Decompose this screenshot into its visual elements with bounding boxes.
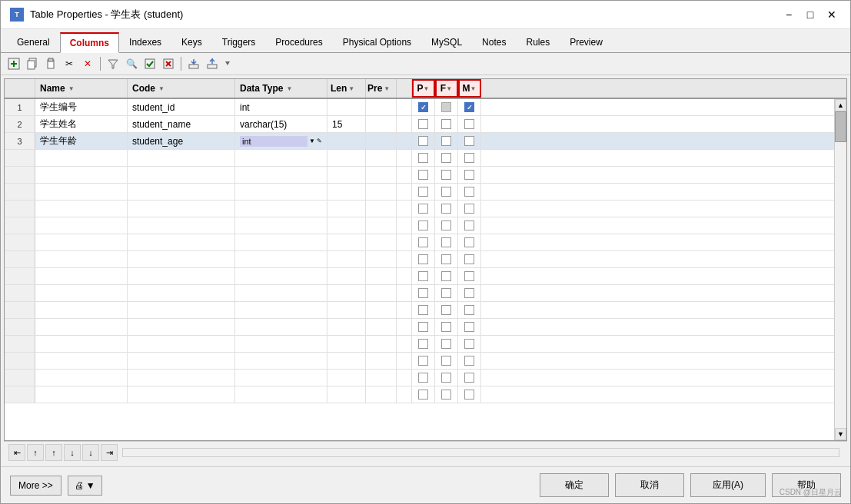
empty-cell-datatype[interactable] bbox=[235, 217, 327, 234]
empty-foreign-cb[interactable] bbox=[441, 356, 451, 366]
empty-cell-name[interactable] bbox=[35, 302, 128, 318]
empty-cell-len[interactable] bbox=[327, 268, 366, 284]
header-foreign[interactable]: F ▼ bbox=[435, 79, 458, 98]
empty-cell-primary[interactable] bbox=[412, 167, 435, 183]
empty-cell-code[interactable] bbox=[128, 302, 235, 318]
cell-pre-1[interactable] bbox=[366, 99, 397, 115]
table-row[interactable] bbox=[5, 386, 846, 403]
next-page-button[interactable]: ↓ bbox=[82, 444, 99, 461]
datatype-dropdown-3[interactable]: ▼ bbox=[309, 138, 315, 144]
empty-cell-foreign[interactable] bbox=[435, 251, 458, 267]
empty-cell-primary[interactable] bbox=[412, 336, 435, 352]
empty-primary-cb[interactable] bbox=[418, 356, 428, 366]
prev-page-button[interactable]: ↑ bbox=[27, 444, 44, 461]
empty-foreign-cb[interactable] bbox=[441, 237, 451, 247]
primary-checkbox-1[interactable] bbox=[418, 102, 428, 112]
empty-primary-cb[interactable] bbox=[418, 254, 428, 264]
cell-primary-2[interactable] bbox=[412, 116, 435, 132]
empty-mandatory-cb[interactable] bbox=[464, 390, 474, 400]
cell-datatype-2[interactable]: varchar(15) bbox=[235, 116, 327, 132]
empty-mandatory-cb[interactable] bbox=[464, 254, 474, 264]
empty-cell-name[interactable] bbox=[35, 353, 128, 369]
foreign-checkbox-3[interactable] bbox=[441, 136, 451, 146]
grid-body[interactable]: 1 学生编号 student_id int 2 学生姓名 student bbox=[5, 99, 846, 440]
empty-cell-len[interactable] bbox=[327, 370, 366, 386]
empty-cell-name[interactable] bbox=[35, 217, 128, 234]
empty-cell-pre[interactable] bbox=[366, 234, 397, 250]
empty-foreign-cb[interactable] bbox=[441, 271, 451, 281]
empty-cell-datatype[interactable] bbox=[235, 150, 327, 166]
filter-button[interactable] bbox=[105, 55, 121, 72]
table-row[interactable] bbox=[5, 251, 846, 268]
empty-cell-len[interactable] bbox=[327, 150, 366, 166]
empty-mandatory-cb[interactable] bbox=[464, 288, 474, 298]
cell-datatype-3[interactable]: int ▼ ✎ bbox=[235, 133, 327, 149]
cell-pre-3[interactable] bbox=[366, 133, 397, 149]
tab-keys[interactable]: Keys bbox=[171, 32, 212, 52]
empty-mandatory-cb[interactable] bbox=[464, 153, 474, 163]
empty-cell-foreign[interactable] bbox=[435, 353, 458, 369]
empty-mandatory-cb[interactable] bbox=[464, 305, 474, 315]
empty-cell-code[interactable] bbox=[128, 353, 235, 369]
empty-cell-name[interactable] bbox=[35, 319, 128, 335]
empty-primary-cb[interactable] bbox=[418, 322, 428, 332]
empty-cell-name[interactable] bbox=[35, 167, 128, 183]
empty-cell-foreign[interactable] bbox=[435, 150, 458, 166]
empty-cell-code[interactable] bbox=[128, 234, 235, 250]
empty-mandatory-cb[interactable] bbox=[464, 373, 474, 383]
empty-primary-cb[interactable] bbox=[418, 373, 428, 383]
table-row[interactable] bbox=[5, 285, 846, 302]
empty-cell-primary[interactable] bbox=[412, 251, 435, 267]
primary-checkbox-2[interactable] bbox=[418, 119, 428, 129]
empty-cell-len[interactable] bbox=[327, 319, 366, 335]
empty-cell-datatype[interactable] bbox=[235, 251, 327, 267]
empty-cell-foreign[interactable] bbox=[435, 386, 458, 403]
table-row[interactable] bbox=[5, 150, 846, 167]
empty-cell-pre[interactable] bbox=[366, 150, 397, 166]
cell-len-1[interactable] bbox=[327, 99, 366, 115]
tab-mysql[interactable]: MySQL bbox=[421, 32, 472, 52]
empty-cell-len[interactable] bbox=[327, 353, 366, 369]
confirm-button[interactable]: 确定 bbox=[540, 473, 609, 497]
empty-cell-code[interactable] bbox=[128, 319, 235, 335]
empty-cell-name[interactable] bbox=[35, 386, 128, 403]
empty-cell-foreign[interactable] bbox=[435, 234, 458, 250]
empty-mandatory-cb[interactable] bbox=[464, 356, 474, 366]
empty-cell-foreign[interactable] bbox=[435, 268, 458, 284]
copy-button[interactable] bbox=[24, 55, 41, 72]
cell-foreign-2[interactable] bbox=[435, 116, 458, 132]
table-row[interactable]: 3 学生年龄 student_age int ▼ ✎ bbox=[5, 133, 846, 150]
close-button[interactable]: ✕ bbox=[823, 7, 841, 22]
empty-cell-mandatory[interactable] bbox=[458, 184, 481, 200]
scroll-down-button[interactable]: ▼ bbox=[835, 428, 846, 440]
empty-cell-mandatory[interactable] bbox=[458, 167, 481, 183]
table-row[interactable] bbox=[5, 336, 846, 353]
table-row[interactable] bbox=[5, 370, 846, 386]
tab-rules[interactable]: Rules bbox=[516, 32, 560, 52]
cell-mandatory-3[interactable] bbox=[458, 133, 481, 149]
empty-primary-cb[interactable] bbox=[418, 305, 428, 315]
empty-foreign-cb[interactable] bbox=[441, 288, 451, 298]
cell-name-3[interactable]: 学生年龄 bbox=[35, 133, 128, 149]
empty-cell-name[interactable] bbox=[35, 268, 128, 284]
table-row[interactable] bbox=[5, 234, 846, 251]
empty-cell-foreign[interactable] bbox=[435, 336, 458, 352]
table-row[interactable] bbox=[5, 217, 846, 234]
empty-cell-foreign[interactable] bbox=[435, 217, 458, 234]
cell-code-3[interactable]: student_age bbox=[128, 133, 235, 149]
datatype-edit-3[interactable]: ✎ bbox=[317, 138, 322, 144]
empty-cell-name[interactable] bbox=[35, 234, 128, 250]
find-button[interactable]: 🔍 bbox=[123, 55, 140, 72]
empty-cell-primary[interactable] bbox=[412, 285, 435, 301]
table-row[interactable]: 2 学生姓名 student_name varchar(15) 15 bbox=[5, 116, 846, 133]
cell-len-2[interactable]: 15 bbox=[327, 116, 366, 132]
empty-foreign-cb[interactable] bbox=[441, 322, 451, 332]
empty-primary-cb[interactable] bbox=[418, 339, 428, 349]
empty-cell-foreign[interactable] bbox=[435, 285, 458, 301]
new-row-button[interactable] bbox=[5, 55, 22, 72]
empty-cell-primary[interactable] bbox=[412, 370, 435, 386]
empty-cell-mandatory[interactable] bbox=[458, 217, 481, 234]
empty-cell-name[interactable] bbox=[35, 201, 128, 217]
empty-mandatory-cb[interactable] bbox=[464, 187, 474, 197]
empty-mandatory-cb[interactable] bbox=[464, 237, 474, 247]
